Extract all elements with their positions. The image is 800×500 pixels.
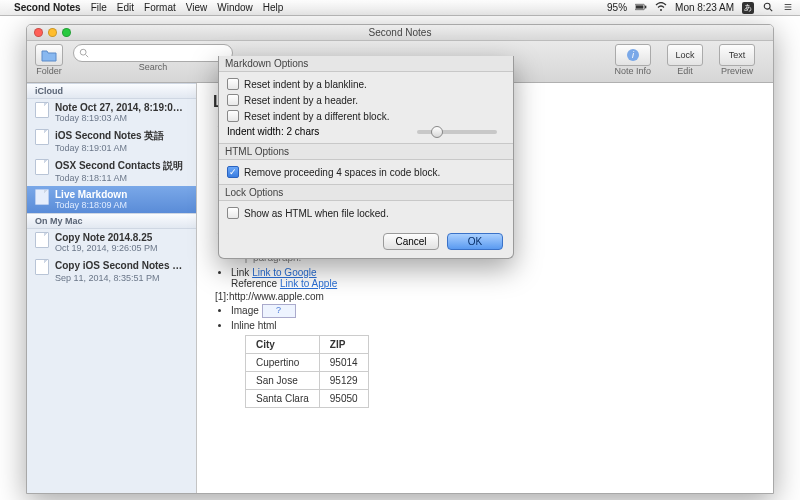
image-placeholder: ? — [262, 304, 296, 318]
text-preview-button[interactable]: Text — [719, 44, 755, 66]
folder-icon — [41, 48, 57, 62]
link-apple[interactable]: Link to Apple — [280, 278, 337, 289]
note-item[interactable]: OSX Second Contacts 説明Today 8:18:11 AM — [27, 156, 196, 186]
indent-width-label: Indent width: 2 chars — [227, 126, 319, 137]
info-icon: i — [626, 48, 640, 62]
svg-rect-2 — [645, 5, 646, 8]
note-item[interactable]: Note Oct 27, 2014, 8:19:0…Today 8:19:03 … — [27, 99, 196, 126]
svg-point-9 — [80, 49, 86, 55]
window-titlebar[interactable]: Second Notes — [27, 25, 773, 41]
note-info-button[interactable]: i — [615, 44, 651, 66]
checkbox-icon — [227, 94, 239, 106]
window-title: Second Notes — [27, 27, 773, 38]
menu-file[interactable]: File — [91, 2, 107, 13]
menubar-clock[interactable]: Mon 8:23 AM — [675, 2, 734, 13]
notification-center-icon[interactable] — [782, 2, 794, 14]
battery-icon — [635, 2, 647, 14]
document-icon — [35, 159, 49, 175]
document-icon — [35, 189, 49, 205]
folder-label: Folder — [36, 66, 62, 76]
spotlight-icon[interactable] — [762, 2, 774, 14]
svg-line-10 — [86, 55, 89, 58]
checkbox-icon — [227, 166, 239, 178]
wifi-icon[interactable] — [655, 2, 667, 14]
inline-table: CityZIP Cupertino95014 San Jose95129 San… — [245, 335, 369, 408]
group-markdown-options: Markdown Options — [219, 56, 513, 72]
group-html-options: HTML Options — [219, 143, 513, 160]
search-input[interactable] — [73, 44, 233, 62]
preview-label: Preview — [721, 66, 753, 76]
noteinfo-label: Note Info — [614, 66, 651, 76]
indent-width-slider[interactable] — [417, 130, 497, 134]
svg-point-3 — [660, 9, 662, 11]
checkbox-icon — [227, 78, 239, 90]
lock-button[interactable]: Lock — [667, 44, 703, 66]
document-icon — [35, 259, 49, 275]
note-item[interactable]: iOS Second Notes 英語Today 8:19:01 AM — [27, 126, 196, 156]
cancel-button[interactable]: Cancel — [383, 233, 439, 250]
document-icon — [35, 232, 49, 248]
note-item[interactable]: Copy iOS Second Notes 説明Sep 11, 2014, 8:… — [27, 256, 196, 286]
menu-view[interactable]: View — [186, 2, 208, 13]
checkbox-reset-blankline[interactable]: Reset indent by a blankline. — [223, 76, 509, 92]
battery-status: 95% — [607, 2, 627, 13]
document-icon — [35, 102, 49, 118]
slider-knob[interactable] — [431, 126, 443, 138]
note-item-selected[interactable]: Live MarkdownToday 8:18:09 AM — [27, 186, 196, 213]
ok-button[interactable]: OK — [447, 233, 503, 250]
folder-button[interactable] — [35, 44, 63, 66]
group-lock-options: Lock Options — [219, 184, 513, 201]
edit-label: Edit — [677, 66, 693, 76]
input-menu-icon[interactable]: あ — [742, 2, 754, 14]
menubar: Second Notes File Edit Format View Windo… — [0, 0, 800, 16]
checkbox-icon — [227, 110, 239, 122]
menu-format[interactable]: Format — [144, 2, 176, 13]
sidebar-section-icloud: iCloud — [27, 83, 196, 99]
svg-point-4 — [764, 3, 770, 9]
note-item[interactable]: Copy Note 2014.8.25Oct 19, 2014, 9:26:05… — [27, 229, 196, 256]
options-sheet: Markdown Options Reset indent by a blank… — [218, 56, 514, 259]
checkbox-remove-4spaces[interactable]: Remove proceeding 4 spaces in code block… — [223, 164, 509, 180]
menu-help[interactable]: Help — [263, 2, 284, 13]
checkbox-icon — [227, 207, 239, 219]
svg-line-5 — [770, 8, 773, 11]
reference-line: [1]:http://www.apple.com — [215, 291, 757, 302]
document-icon — [35, 129, 49, 145]
svg-rect-1 — [636, 5, 643, 8]
checkbox-reset-block[interactable]: Reset indent by a different block. — [223, 108, 509, 124]
search-label: Search — [139, 62, 168, 72]
checkbox-show-html-locked[interactable]: Show as HTML when file locked. — [223, 205, 509, 221]
menu-window[interactable]: Window — [217, 2, 253, 13]
search-icon — [79, 48, 89, 58]
sidebar: iCloud Note Oct 27, 2014, 8:19:0…Today 8… — [27, 83, 197, 493]
menu-edit[interactable]: Edit — [117, 2, 134, 13]
sidebar-section-onmymac: On My Mac — [27, 213, 196, 229]
link-google[interactable]: Link to Google — [252, 267, 317, 278]
checkbox-reset-header[interactable]: Reset indent by a header. — [223, 92, 509, 108]
app-menu[interactable]: Second Notes — [14, 2, 81, 13]
